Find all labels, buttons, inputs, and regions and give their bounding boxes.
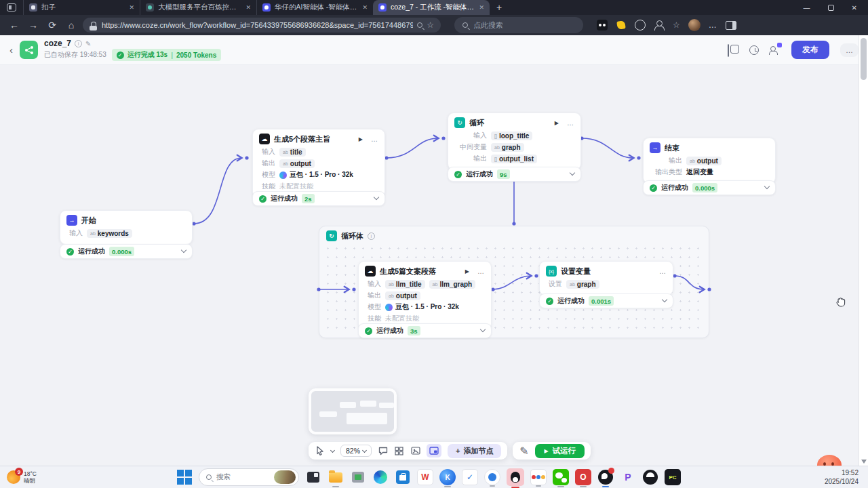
header-more-button[interactable]: …: [840, 43, 859, 57]
pycharm-icon[interactable]: PC: [665, 469, 681, 485]
blue-circle-app-icon[interactable]: [484, 469, 500, 485]
run-result-badge[interactable]: ✓ 运行完成 13s | 2050 Tokens: [112, 49, 222, 61]
tab-close-icon[interactable]: ✕: [245, 4, 251, 11]
tab-close-icon[interactable]: ✕: [129, 4, 134, 11]
info-icon[interactable]: i: [75, 40, 82, 47]
history-icon[interactable]: [749, 45, 759, 55]
tab-bailian[interactable]: 大模型服务平台百炼控制台 ✕: [140, 0, 256, 15]
chevron-down-icon[interactable]: [764, 184, 770, 189]
url-text[interactable]: https://www.coze.cn/work_flow?workflow_i…: [102, 21, 413, 29]
node-more-icon[interactable]: …: [567, 119, 574, 127]
wps-icon[interactable]: W: [417, 469, 433, 485]
profile-avatar[interactable]: [688, 19, 701, 31]
zoom-page-icon[interactable]: [417, 22, 422, 28]
tab-close-icon[interactable]: ✕: [362, 4, 368, 11]
chevron-down-icon[interactable]: [570, 170, 575, 176]
microsoft-store-icon[interactable]: [395, 469, 411, 485]
minimap-toggle-icon[interactable]: [427, 444, 441, 458]
address-bar[interactable]: https://www.coze.cn/work_flow?workflow_i…: [83, 18, 441, 33]
var-pill[interactable]: abgraph: [491, 143, 524, 152]
page-scrollbar[interactable]: [859, 35, 868, 466]
window-close-button[interactable]: ✕: [852, 4, 857, 12]
bw-circle-app-icon[interactable]: [642, 469, 658, 485]
node-loop[interactable]: ↻ 循环 ▶ … 输入 []loop_title 中间变量 abgraph 输出…: [448, 113, 581, 170]
pointer-tool-chevron[interactable]: [330, 447, 335, 452]
extensions-menu-icon[interactable]: [654, 20, 665, 30]
frame-image-icon[interactable]: [410, 446, 420, 456]
device-app-icon[interactable]: [350, 469, 366, 485]
extension-icon[interactable]: [635, 20, 646, 30]
edge-browser-icon[interactable]: [372, 469, 389, 485]
quark-browser-icon[interactable]: K: [439, 469, 456, 485]
favorites-icon[interactable]: ☆: [673, 20, 680, 30]
pointer-tool-icon[interactable]: [315, 446, 325, 456]
node-end[interactable]: → 结束 输出 aboutput 输出类型 返回变量: [643, 138, 776, 184]
weather-widget[interactable]: 9 18°C 晴朗: [0, 470, 43, 484]
var-pill[interactable]: []output_list: [491, 155, 537, 163]
file-explorer-icon[interactable]: [328, 469, 344, 485]
collaboration-icon[interactable]: [770, 45, 781, 56]
status-llm2[interactable]: ✓ 运行成功 3s: [358, 323, 492, 338]
extension-icon[interactable]: [616, 20, 627, 30]
scrollbar-thumb[interactable]: [861, 38, 867, 80]
var-pill[interactable]: aboutput: [279, 159, 315, 168]
status-setvar[interactable]: ✓ 运行成功 0.001s: [539, 293, 673, 308]
status-end[interactable]: ✓ 运行成功 0.000s: [643, 180, 776, 195]
var-pill[interactable]: aboutput: [385, 291, 420, 300]
side-panel-icon[interactable]: [726, 21, 736, 30]
edit-icon[interactable]: ✎: [85, 40, 91, 47]
new-tab-button[interactable]: +: [496, 2, 502, 13]
status-loop[interactable]: ✓ 运行成功 9s: [448, 167, 581, 182]
qq-icon[interactable]: [507, 468, 524, 486]
tab-close-icon[interactable]: ✕: [479, 4, 484, 11]
node-more-icon[interactable]: …: [659, 268, 667, 275]
start-button[interactable]: [176, 469, 193, 485]
run-node-icon[interactable]: ▶: [465, 268, 469, 274]
back-button[interactable]: ←: [7, 20, 22, 30]
comment-icon[interactable]: [378, 446, 388, 456]
extension-icon[interactable]: [597, 20, 608, 30]
scrollbar-down-arrow[interactable]: [861, 460, 867, 464]
duplicate-icon[interactable]: [728, 45, 738, 56]
share-circles-app-icon[interactable]: [530, 469, 547, 485]
minimap[interactable]: [309, 388, 397, 434]
var-pill[interactable]: abgraph: [566, 280, 599, 289]
home-button[interactable]: ⌂: [64, 20, 79, 30]
window-restore-button[interactable]: [828, 5, 834, 11]
todo-app-icon[interactable]: ✓: [462, 469, 478, 485]
var-pill[interactable]: abllm_title: [385, 280, 425, 289]
run-node-icon[interactable]: ▶: [359, 136, 363, 142]
node-set-variable[interactable]: {x} 设置变量 … 设置 abgraph: [539, 261, 673, 296]
tab-workflow-active[interactable]: coze_7 - 工作流 -智能体平台 ✕: [373, 0, 490, 15]
var-pill[interactable]: []loop_title: [491, 131, 532, 140]
chevron-down-icon[interactable]: [480, 327, 486, 332]
clock-widget[interactable]: 19:52 2025/10/24: [825, 468, 868, 487]
debug-tool-icon[interactable]: ✎: [519, 446, 529, 456]
var-pill[interactable]: abtitle: [279, 148, 306, 157]
obs-app-icon[interactable]: [597, 469, 614, 485]
var-pill[interactable]: aboutput: [686, 157, 722, 165]
chevron-down-icon[interactable]: [374, 195, 379, 200]
status-start[interactable]: ✓ 运行成功 0.000s: [60, 244, 193, 259]
wechat-icon[interactable]: [553, 469, 569, 485]
var-pill[interactable]: abllm_graph: [429, 280, 476, 289]
workspace-icon[interactable]: [7, 3, 16, 12]
node-more-icon[interactable]: …: [371, 136, 378, 143]
taskbar-search[interactable]: 搜索: [199, 468, 299, 486]
run-node-icon[interactable]: ▶: [555, 120, 559, 126]
browser-menu-icon[interactable]: …: [709, 20, 717, 30]
test-run-button[interactable]: ▶ 试运行: [535, 444, 585, 458]
chevron-down-icon[interactable]: [662, 297, 667, 302]
node-start[interactable]: → 开始 输入 abkeywords: [60, 210, 193, 245]
node-more-icon[interactable]: …: [477, 268, 485, 275]
red-o-app-icon[interactable]: O: [575, 469, 591, 485]
reload-button[interactable]: ⟳: [45, 20, 60, 30]
status-llm1[interactable]: ✓ 运行成功 2s: [252, 191, 385, 206]
var-pill[interactable]: abkeywords: [87, 229, 132, 238]
purple-p-app-icon[interactable]: P: [620, 469, 636, 485]
browser-search-box[interactable]: 点此搜索: [454, 17, 583, 33]
tab-kouzi[interactable]: 扣子 ✕: [23, 0, 140, 15]
back-to-list-button[interactable]: ‹: [9, 44, 13, 56]
zoom-select[interactable]: 82%: [340, 445, 372, 457]
node-llm1[interactable]: ☁ 生成5个段落主旨 ▶ … 输入 abtitle 输出 aboutput 模型…: [252, 129, 385, 198]
